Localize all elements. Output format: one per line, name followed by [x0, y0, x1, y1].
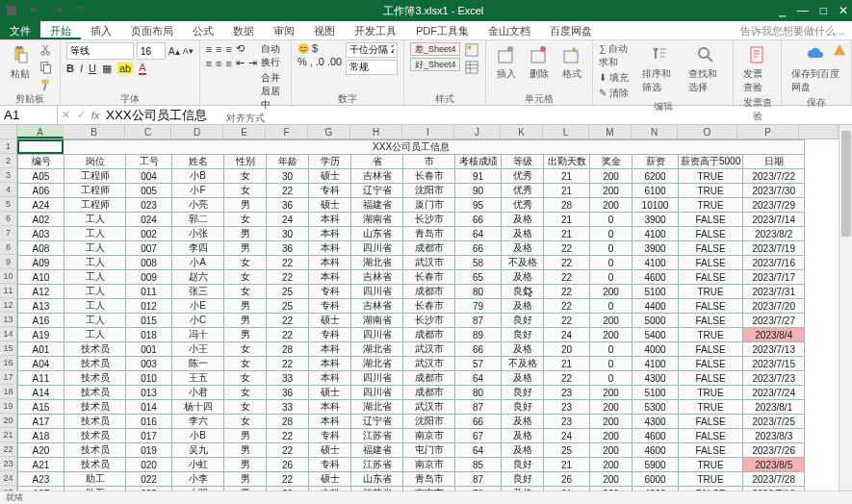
qat-more-icon[interactable] [73, 3, 89, 18]
data-cell[interactable]: 10100 [633, 198, 679, 213]
data-cell[interactable]: A07 [18, 487, 65, 491]
data-cell[interactable]: 男 [224, 328, 267, 342]
data-cell[interactable]: 5000 [633, 314, 679, 328]
column-header-cell[interactable]: 日期 [743, 155, 805, 169]
data-cell[interactable]: 21 [544, 213, 590, 227]
data-cell[interactable]: 本科 [309, 415, 351, 429]
data-cell[interactable]: 专科 [309, 328, 351, 342]
data-cell[interactable]: 本科 [309, 371, 351, 386]
data-cell[interactable]: 010 [126, 371, 172, 386]
column-header-cell[interactable]: 奖金 [590, 155, 633, 169]
data-cell[interactable]: 22 [267, 429, 309, 443]
comma-icon[interactable]: , [310, 56, 313, 67]
data-cell[interactable]: FALSE [679, 487, 743, 491]
data-cell[interactable]: TRUE [679, 198, 743, 213]
data-cell[interactable]: 2023/7/14 [743, 213, 805, 227]
column-header-cell[interactable]: 岗位 [65, 155, 126, 169]
data-cell[interactable]: 助工 [65, 487, 126, 491]
data-cell[interactable]: 及格 [502, 227, 544, 241]
align-left-icon[interactable]: ≡ [206, 58, 212, 69]
data-cell[interactable]: 专科 [309, 429, 351, 443]
italic-button[interactable]: I [80, 63, 83, 74]
tab-pdf[interactable]: PDF工具集 [406, 21, 478, 39]
data-cell[interactable]: 2023/7/20 [743, 299, 805, 314]
data-cell[interactable]: 2023/7/31 [743, 285, 805, 299]
data-cell[interactable]: 本科 [309, 227, 351, 241]
data-cell[interactable]: 技术员 [65, 443, 126, 458]
fill-button[interactable]: ⬇ 填充 [599, 71, 633, 85]
data-cell[interactable]: 及格 [502, 487, 544, 491]
data-cell[interactable]: 2023/7/18 [743, 487, 805, 491]
data-cell[interactable]: 22 [544, 371, 590, 386]
data-cell[interactable]: 22 [267, 184, 309, 198]
data-cell[interactable]: 本科 [309, 256, 351, 270]
tab-formula[interactable]: 公式 [183, 21, 223, 39]
data-cell[interactable]: 3900 [633, 241, 679, 256]
data-cell[interactable]: 小B [172, 169, 224, 184]
data-cell[interactable]: 男 [224, 198, 267, 213]
data-cell[interactable]: 男 [224, 429, 267, 443]
data-cell[interactable]: 山东省 [351, 227, 403, 241]
data-cell[interactable]: FALSE [679, 314, 743, 328]
data-cell[interactable]: 23 [544, 415, 590, 429]
data-cell[interactable]: 四川省 [351, 371, 403, 386]
data-cell[interactable]: 女 [224, 256, 267, 270]
data-cell[interactable]: A16 [18, 314, 65, 328]
data-cell[interactable]: 工人 [65, 328, 126, 342]
data-cell[interactable]: 工人 [65, 213, 126, 227]
data-cell[interactable]: 2023/7/23 [743, 371, 805, 386]
data-cell[interactable]: 工程师 [65, 198, 126, 213]
data-cell[interactable]: 四川省 [351, 285, 403, 299]
data-cell[interactable]: 2023/8/1 [743, 400, 805, 415]
data-cell[interactable]: 0 [590, 299, 633, 314]
data-cell[interactable]: FALSE [679, 256, 743, 270]
data-cell[interactable]: FALSE [679, 299, 743, 314]
data-cell[interactable]: 018 [126, 328, 172, 342]
data-cell[interactable]: A24 [18, 198, 65, 213]
column-header-cell[interactable]: 市 [403, 155, 455, 169]
data-cell[interactable]: 硕士 [309, 443, 351, 458]
data-cell[interactable]: 小虹 [172, 458, 224, 472]
dec-dec-icon[interactable]: .00 [327, 56, 342, 67]
data-cell[interactable]: 200 [590, 184, 633, 198]
data-cell[interactable]: 硕士 [309, 472, 351, 487]
tab-insert[interactable]: 插入 [81, 21, 121, 39]
data-cell[interactable]: A18 [18, 429, 65, 443]
data-cell[interactable]: 成都市 [403, 241, 455, 256]
data-cell[interactable]: 2023/7/25 [743, 415, 805, 429]
data-cell[interactable]: 技术员 [65, 400, 126, 415]
data-cell[interactable]: 012 [126, 299, 172, 314]
data-cell[interactable]: A01 [18, 342, 65, 357]
data-cell[interactable]: 5100 [633, 285, 679, 299]
data-cell[interactable]: A13 [18, 299, 65, 314]
data-cell[interactable]: 6000 [633, 472, 679, 487]
data-cell[interactable]: 28 [267, 415, 309, 429]
data-cell[interactable]: 200 [590, 415, 633, 429]
data-cell[interactable]: 4300 [633, 371, 679, 386]
data-cell[interactable]: 4600 [633, 443, 679, 458]
tab-fdk[interactable]: 金山文档 [478, 21, 540, 39]
fx-enter-icon[interactable]: ✓ [73, 109, 89, 121]
data-cell[interactable]: 4400 [633, 299, 679, 314]
data-cell[interactable]: 0 [590, 227, 633, 241]
data-cell[interactable]: 女 [224, 169, 267, 184]
data-cell[interactable]: A02 [18, 213, 65, 227]
fx-icon[interactable]: fx [89, 110, 102, 121]
data-cell[interactable]: 21 [544, 357, 590, 371]
indent-dec-icon[interactable]: ⇤ [236, 57, 245, 69]
data-cell[interactable]: 87 [455, 314, 502, 328]
data-cell[interactable]: 22 [544, 285, 590, 299]
data-cell[interactable]: 95 [455, 198, 502, 213]
data-cell[interactable]: 优秀 [502, 169, 544, 184]
data-cell[interactable]: 专科 [309, 299, 351, 314]
data-cell[interactable]: 200 [590, 386, 633, 400]
data-cell[interactable]: 吴九 [172, 443, 224, 458]
data-cell[interactable]: 南京市 [403, 429, 455, 443]
data-cell[interactable]: 22 [544, 270, 590, 285]
data-cell[interactable]: FALSE [679, 213, 743, 227]
data-cell[interactable]: 21 [544, 227, 590, 241]
data-cell[interactable]: 200 [590, 487, 633, 491]
cond-format-icon[interactable] [464, 42, 479, 58]
data-cell[interactable]: 郭二 [172, 213, 224, 227]
data-cell[interactable]: 200 [590, 458, 633, 472]
